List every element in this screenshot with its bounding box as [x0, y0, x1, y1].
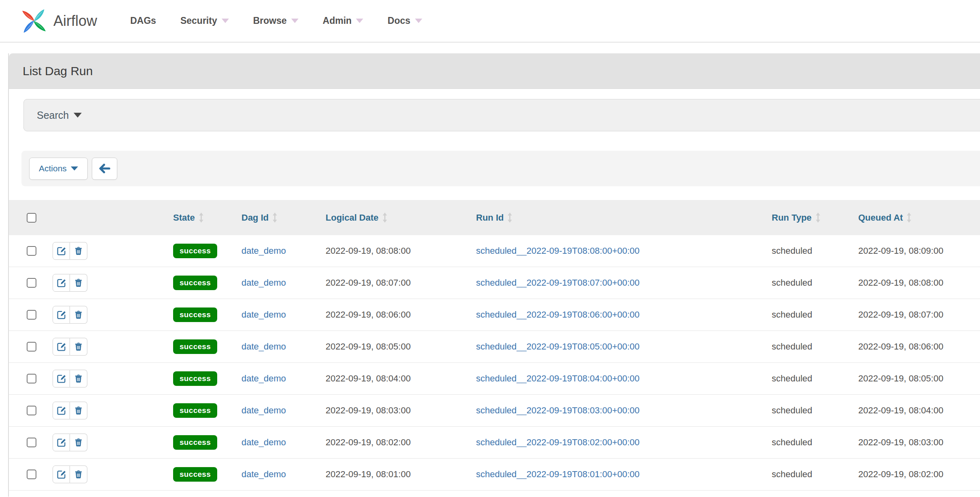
run-id-link[interactable]: scheduled__2022-09-19T08:01:00+00:00 [476, 469, 639, 480]
row-checkbox[interactable] [27, 278, 36, 288]
chevron-down-icon [291, 19, 298, 23]
select-all-checkbox[interactable] [27, 213, 36, 223]
nav-item-security[interactable]: Security [180, 15, 229, 26]
delete-button[interactable] [70, 338, 87, 356]
run-id-link[interactable]: scheduled__2022-09-19T08:03:00+00:00 [476, 405, 639, 416]
row-checkbox[interactable] [27, 246, 36, 256]
trash-icon [74, 406, 83, 415]
edit-icon [56, 438, 66, 448]
state-badge: success [173, 467, 217, 482]
run-id-link[interactable]: scheduled__2022-09-19T08:04:00+00:00 [476, 373, 639, 384]
sort-icon [507, 212, 512, 223]
edit-button[interactable] [53, 402, 70, 419]
dag-id-link[interactable]: date_demo [241, 278, 286, 288]
nav-item-docs[interactable]: Docs [387, 15, 422, 26]
delete-button[interactable] [70, 370, 87, 387]
dag-id-link[interactable]: date_demo [241, 373, 286, 384]
dag-id-link[interactable]: date_demo [241, 310, 286, 320]
edit-button[interactable] [53, 370, 70, 387]
table-row: success date_demo 2022-09-19, 08:04:00 s… [9, 363, 980, 395]
row-checkbox[interactable] [27, 310, 36, 320]
column-header-state[interactable]: State [173, 200, 204, 235]
delete-button[interactable] [70, 434, 87, 451]
sort-icon [382, 212, 387, 223]
chevron-down-icon [415, 19, 422, 23]
delete-button[interactable] [70, 306, 87, 324]
table-row: success date_demo 2022-09-19, 08:06:00 s… [9, 299, 980, 331]
run-id-link[interactable]: scheduled__2022-09-19T08:08:00+00:00 [476, 246, 639, 256]
delete-button[interactable] [70, 274, 87, 292]
search-label: Search [37, 110, 69, 121]
edit-button[interactable] [53, 274, 70, 292]
dag-id-link[interactable]: date_demo [241, 341, 286, 352]
edit-button[interactable] [53, 465, 70, 483]
sort-icon [815, 212, 821, 223]
column-header-logical_date[interactable]: Logical Date [326, 200, 387, 235]
chevron-down-icon [74, 113, 82, 118]
edit-button[interactable] [53, 306, 70, 324]
run-type-cell: scheduled [772, 363, 812, 394]
row-checkbox[interactable] [27, 342, 36, 352]
run-id-link[interactable]: scheduled__2022-09-19T08:06:00+00:00 [476, 310, 639, 320]
back-button[interactable] [92, 158, 117, 180]
row-action-buttons [53, 242, 87, 260]
state-badge: success [173, 403, 217, 418]
partial-next-row [9, 491, 980, 497]
dag-id-link[interactable]: date_demo [241, 405, 286, 416]
list-dag-run-panel: List Dag Run Search Actions State [8, 53, 980, 497]
row-checkbox[interactable] [27, 374, 36, 383]
state-badge: success [173, 244, 217, 258]
table-body: success date_demo 2022-09-19, 08:08:00 s… [9, 235, 980, 491]
nav-item-dags[interactable]: DAGs [130, 15, 156, 26]
edit-button[interactable] [53, 338, 70, 356]
edit-button[interactable] [53, 434, 70, 451]
run-id-link[interactable]: scheduled__2022-09-19T08:07:00+00:00 [476, 278, 639, 288]
run-type-cell: scheduled [772, 395, 812, 426]
delete-button[interactable] [70, 242, 87, 260]
run-type-cell: scheduled [772, 235, 812, 267]
run-type-cell: scheduled [772, 331, 812, 362]
nav-item-admin[interactable]: Admin [323, 15, 364, 26]
queued-at-cell: 2022-09-19, 08:06:00 [858, 331, 943, 362]
logical-date-cell: 2022-09-19, 08:06:00 [326, 299, 411, 331]
trash-icon [74, 246, 83, 256]
nav-item-browse[interactable]: Browse [253, 15, 298, 26]
table-header-row: State Dag Id Logical Date Run Id [9, 200, 980, 235]
queued-at-cell: 2022-09-19, 08:07:00 [858, 299, 943, 331]
delete-button[interactable] [70, 402, 87, 419]
dag-id-link[interactable]: date_demo [241, 437, 286, 448]
chevron-down-icon [356, 19, 363, 23]
run-id-link[interactable]: scheduled__2022-09-19T08:02:00+00:00 [476, 437, 639, 448]
column-header-queued_at[interactable]: Queued At [858, 200, 912, 235]
row-action-buttons [53, 370, 87, 387]
search-accordion-toggle[interactable]: Search [23, 99, 980, 131]
column-header-run_type[interactable]: Run Type [772, 200, 821, 235]
table-row: success date_demo 2022-09-19, 08:03:00 s… [9, 395, 980, 427]
delete-button[interactable] [70, 465, 87, 483]
column-header-dag_id[interactable]: Dag Id [241, 200, 277, 235]
airflow-brand-link[interactable]: Airflow [18, 4, 97, 38]
logical-date-cell: 2022-09-19, 08:01:00 [326, 459, 411, 490]
row-action-buttons [53, 338, 87, 356]
queued-at-cell: 2022-09-19, 08:02:00 [858, 459, 943, 490]
row-action-buttons [53, 402, 87, 419]
actions-button[interactable]: Actions [29, 158, 88, 180]
column-header-run_id[interactable]: Run Id [476, 200, 512, 235]
dag-run-table: State Dag Id Logical Date Run Id [9, 200, 980, 497]
logical-date-cell: 2022-09-19, 08:05:00 [326, 331, 411, 362]
dag-id-link[interactable]: date_demo [241, 246, 286, 256]
trash-icon [74, 310, 83, 320]
row-checkbox[interactable] [27, 406, 36, 415]
state-badge: success [173, 371, 217, 386]
table-row: success date_demo 2022-09-19, 08:08:00 s… [9, 235, 980, 267]
row-checkbox[interactable] [27, 470, 36, 479]
actions-toolbar: Actions [21, 151, 980, 186]
row-checkbox[interactable] [27, 438, 36, 447]
run-id-link[interactable]: scheduled__2022-09-19T08:05:00+00:00 [476, 341, 639, 352]
queued-at-cell: 2022-09-19, 08:03:00 [858, 427, 943, 458]
edit-button[interactable] [53, 242, 70, 260]
state-badge: success [173, 435, 217, 450]
run-type-cell: scheduled [772, 427, 812, 458]
sort-icon [272, 212, 277, 223]
dag-id-link[interactable]: date_demo [241, 469, 286, 480]
